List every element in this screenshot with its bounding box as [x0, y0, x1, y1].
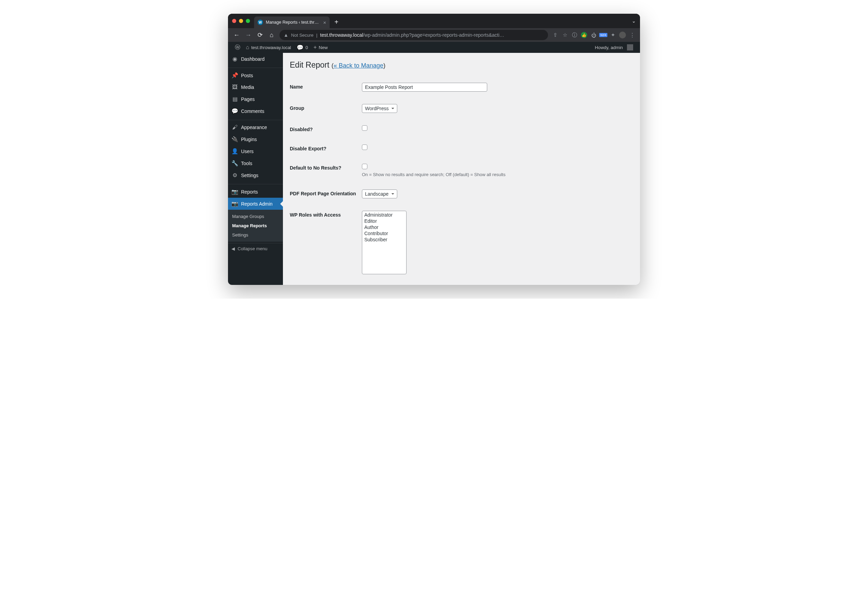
sidebar-item-dashboard[interactable]: ◉Dashboard: [228, 53, 283, 65]
sidebar-item-label: Posts: [241, 73, 253, 78]
disabled-label: Disabled?: [290, 125, 362, 132]
sidebar-item-media[interactable]: 🖼Media: [228, 81, 283, 93]
browser-tab[interactable]: W Manage Reports ‹ test.throwa ×: [254, 17, 329, 28]
role-option[interactable]: Subscriber: [363, 236, 405, 243]
group-label: Group: [290, 104, 362, 111]
wordpress-favicon-icon: W: [258, 20, 263, 25]
traffic-lights: [232, 19, 250, 23]
home-icon: ⌂: [246, 44, 249, 50]
page-title: Edit Report (« Back to Manage): [290, 61, 633, 70]
brush-icon: 🖌: [231, 124, 238, 130]
submenu-manage-groups[interactable]: Manage Groups: [228, 212, 283, 221]
sidebar-item-label: Reports: [241, 189, 258, 195]
back-button[interactable]: ←: [231, 30, 242, 40]
reload-button[interactable]: ⟳: [255, 30, 265, 40]
browser-toolbar: ← → ⟳ ⌂ ▲ Not Secure | test.throwaway.lo…: [228, 28, 640, 42]
howdy-text: Howdy, admin: [595, 45, 623, 50]
url-bar[interactable]: ▲ Not Secure | test.throwaway.local/wp-a…: [279, 30, 548, 40]
sidebar-item-label: Dashboard: [241, 56, 265, 62]
field-name: Name: [290, 77, 633, 98]
no-results-checkbox[interactable]: [362, 164, 367, 169]
submenu-manage-reports[interactable]: Manage Reports: [228, 221, 283, 230]
field-disabled: Disabled?: [290, 119, 633, 138]
sidebar-item-tools[interactable]: 🔧Tools: [228, 157, 283, 169]
site-name: test.throwaway.local: [251, 45, 291, 50]
no-results-description: On = Show no results and require search;…: [362, 172, 633, 177]
sidebar-item-plugins[interactable]: 🔌Plugins: [228, 133, 283, 145]
name-label: Name: [290, 83, 362, 89]
plus-icon: +: [314, 44, 317, 50]
collapse-label: Collapse menu: [238, 246, 267, 251]
back-to-manage-link[interactable]: « Back to Manage: [333, 62, 383, 69]
sidebar-item-reports-admin[interactable]: 📷Reports Admin: [228, 198, 283, 210]
role-option[interactable]: Editor: [363, 218, 405, 224]
extension-badge-icon[interactable]: 92/4: [599, 30, 608, 39]
media-icon: 🖼: [231, 84, 238, 90]
field-no-results: Default to No Results? On = Show no resu…: [290, 158, 633, 183]
sidebar-item-reports[interactable]: 📷Reports: [228, 186, 283, 198]
sidebar-item-label: Comments: [241, 109, 264, 114]
disable-export-checkbox[interactable]: [362, 144, 367, 150]
field-disable-export: Disable Export?: [290, 138, 633, 158]
tab-title: Manage Reports ‹ test.throwa: [266, 20, 320, 25]
wp-admin-bar: ⓦ ⌂test.throwaway.local 💬0 +New Howdy, a…: [228, 42, 640, 53]
main-content: Edit Report (« Back to Manage) Name Grou…: [283, 53, 640, 285]
sidebar-item-posts[interactable]: 📌Posts: [228, 69, 283, 81]
close-tab-icon[interactable]: ×: [322, 20, 327, 26]
titlebar: W Manage Reports ‹ test.throwa × + ⌄: [228, 14, 640, 28]
plug-icon: 🔌: [231, 136, 238, 142]
sidebar-item-users[interactable]: 👤Users: [228, 145, 283, 157]
site-name-link[interactable]: ⌂test.throwaway.local: [243, 42, 294, 53]
power-icon[interactable]: ⏻: [589, 30, 598, 39]
sidebar-item-appearance[interactable]: 🖌Appearance: [228, 121, 283, 133]
minimize-window-button[interactable]: [239, 19, 243, 23]
group-select[interactable]: WordPress: [362, 104, 397, 113]
bookmark-icon[interactable]: ☆: [560, 30, 569, 39]
sidebar-item-comments[interactable]: 💬Comments: [228, 105, 283, 117]
profile-avatar[interactable]: [618, 30, 627, 39]
sidebar-item-label: Appearance: [241, 124, 267, 130]
new-tab-button[interactable]: +: [334, 18, 338, 26]
tabs-dropdown-icon[interactable]: ⌄: [632, 18, 636, 24]
field-group: Group WordPress: [290, 98, 633, 119]
extensions-icon[interactable]: ✦: [609, 30, 618, 39]
pdf-orientation-select[interactable]: Landscape: [362, 189, 397, 198]
roles-label: WP Roles with Access: [290, 211, 362, 218]
camera-icon: 📷: [231, 188, 238, 195]
share-icon[interactable]: ⇧: [551, 30, 560, 39]
collapse-menu-button[interactable]: ◀Collapse menu: [228, 243, 283, 254]
role-option[interactable]: Administrator: [363, 212, 405, 218]
camera-icon: 📷: [231, 200, 238, 207]
forward-button[interactable]: →: [243, 30, 253, 40]
role-option[interactable]: Contributor: [363, 230, 405, 236]
role-option[interactable]: Author: [363, 224, 405, 230]
close-window-button[interactable]: [232, 19, 236, 23]
sidebar-item-pages[interactable]: ▤Pages: [228, 93, 283, 105]
pages-icon: ▤: [231, 96, 238, 102]
extension-green-icon[interactable]: 👍: [580, 30, 589, 39]
submenu-settings[interactable]: Settings: [228, 230, 283, 239]
disabled-checkbox[interactable]: [362, 125, 367, 131]
sidebar-item-settings[interactable]: ⚙Settings: [228, 169, 283, 181]
wp-logo-menu[interactable]: ⓦ: [232, 42, 243, 53]
sidebar-item-label: Pages: [241, 97, 255, 102]
home-button[interactable]: ⌂: [266, 30, 277, 40]
new-label: New: [319, 45, 328, 50]
browser-menu-icon[interactable]: ⋮: [628, 30, 637, 39]
reports-admin-submenu: Manage Groups Manage Reports Settings: [228, 210, 283, 242]
new-content-link[interactable]: +New: [311, 42, 330, 53]
name-input[interactable]: [362, 83, 487, 92]
sidebar-item-label: Reports Admin: [241, 201, 273, 207]
field-roles: WP Roles with Access AdministratorEditor…: [290, 205, 633, 281]
sidebar-item-label: Media: [241, 85, 254, 90]
pin-icon: 📌: [231, 72, 238, 79]
sidebar-item-label: Users: [241, 148, 254, 154]
roles-multiselect[interactable]: AdministratorEditorAuthorContributorSubs…: [362, 211, 407, 274]
maximize-window-button[interactable]: [246, 19, 250, 23]
howdy-link[interactable]: Howdy, admin: [592, 42, 636, 53]
comments-link[interactable]: 💬0: [294, 42, 311, 53]
comments-icon: 💬: [231, 108, 238, 114]
admin-sidebar: ◉Dashboard 📌Posts 🖼Media ▤Pages 💬Comment…: [228, 53, 283, 285]
sidebar-item-label: Tools: [241, 161, 252, 166]
info-icon[interactable]: ⓘ: [570, 30, 579, 39]
